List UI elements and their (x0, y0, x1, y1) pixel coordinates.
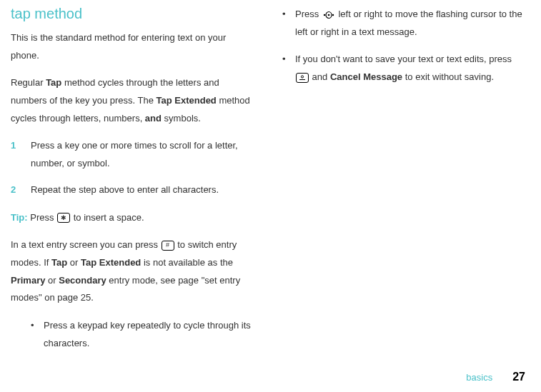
tip-paragraph: Tip: Press ✱ to insert a space. (11, 209, 254, 227)
text: Press (295, 9, 322, 19)
page-footer: basics 27 (466, 371, 525, 383)
tap-label: Tap (51, 257, 67, 268)
section-heading: tap method (11, 6, 254, 22)
text: symbols. (162, 113, 201, 124)
tap-extended-label: Tap Extended (157, 95, 217, 106)
text: In a text entry screen you can press (11, 239, 161, 250)
bullet-text: Press a keypad key repeatedly to cycle t… (44, 317, 254, 352)
bullet-item: • If you don't want to save your text or… (282, 51, 525, 86)
svg-point-0 (324, 14, 325, 15)
bullet-text: Press left or right to move the flashing… (295, 6, 525, 41)
bullet-list-right: • Press left or right to move the flashi… (282, 6, 525, 86)
bullet-icon: • (31, 317, 44, 352)
method-description: Regular Tap method cycles through the le… (11, 74, 254, 127)
step-2: 2 Repeat the step above to enter all cha… (11, 181, 254, 199)
right-column: • Press left or right to move the flashi… (282, 6, 525, 362)
svg-point-1 (332, 14, 334, 15)
step-number: 2 (11, 181, 31, 199)
entry-mode-paragraph: In a text entry screen you can press # t… (11, 236, 254, 307)
cancel-message-label: Cancel Message (330, 71, 402, 82)
bullet-icon: • (282, 51, 295, 86)
text: If you don't want to save your text or t… (295, 54, 512, 64)
bullet-icon: • (282, 6, 295, 41)
tip-label: Tip: (11, 212, 28, 223)
tap-extended-label: Tap Extended (81, 257, 141, 268)
text: or (45, 275, 59, 286)
bullet-text: If you don't want to save your text or t… (295, 51, 525, 86)
secondary-label: Secondary (59, 275, 106, 286)
step-text: Repeat the step above to enter all chara… (31, 181, 254, 199)
step-number: 1 (11, 137, 31, 172)
bullet-item: • Press left or right to move the flashi… (282, 6, 525, 41)
text: to exit without saving. (402, 71, 494, 82)
text: and (309, 71, 330, 82)
hash-key-icon: # (162, 241, 174, 251)
nav-key-icon (322, 11, 335, 19)
text: is not available as the (141, 257, 233, 268)
text: Press (28, 212, 56, 223)
svg-point-3 (328, 14, 330, 16)
tap-label: Tap (46, 77, 61, 88)
primary-label: Primary (11, 275, 45, 286)
footer-section-label: basics (466, 372, 492, 383)
page-number: 27 (512, 371, 525, 383)
numbered-list: 1 Press a key one or more times to scrol… (11, 137, 254, 198)
step-1: 1 Press a key one or more times to scrol… (11, 137, 254, 172)
end-key-icon (296, 73, 309, 83)
bullet-item: • Press a keypad key repeatedly to cycle… (31, 317, 254, 352)
text: to insert a space. (71, 212, 144, 223)
intro-paragraph: This is the standard method for entering… (11, 29, 254, 64)
step-text: Press a key one or more times to scroll … (31, 137, 254, 172)
star-key-icon: ✱ (57, 213, 70, 223)
text: Regular (11, 77, 46, 88)
bullet-list-left: • Press a keypad key repeatedly to cycle… (11, 317, 254, 352)
svg-point-4 (301, 76, 303, 78)
left-column: tap method This is the standard method f… (11, 6, 254, 362)
and-label: and (145, 113, 162, 124)
text: or (67, 257, 81, 268)
